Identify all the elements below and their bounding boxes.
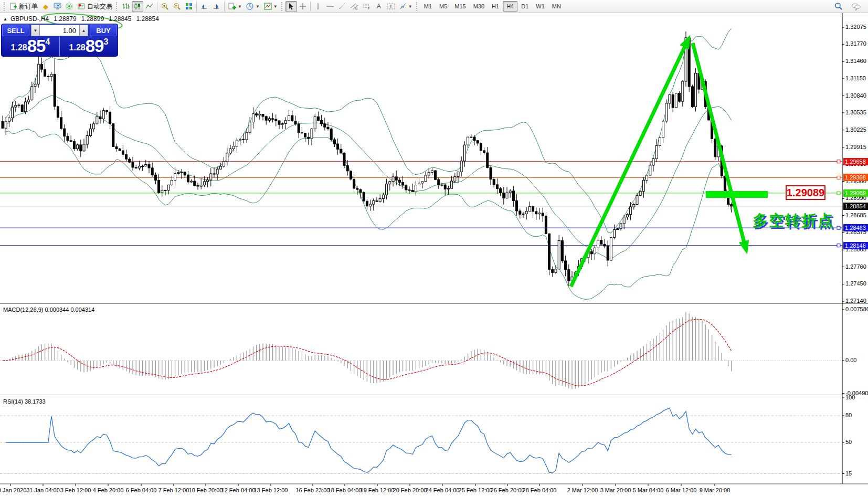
- toolbar-grip[interactable]: [416, 2, 419, 11]
- tile-windows-button[interactable]: [183, 1, 195, 12]
- mt4-window: 新订单 ◆ 自动交易: [0, 0, 868, 497]
- text-label-icon: T: [387, 3, 395, 10]
- price-level-tag: 1.29089: [843, 189, 868, 197]
- price-axis-tick: 1.28685: [845, 212, 866, 218]
- search-icon[interactable]: [832, 1, 845, 12]
- buy-price-sup: 3: [103, 38, 108, 46]
- text-label-button[interactable]: T: [385, 1, 397, 12]
- time-axis-label: 28 Feb 04:00: [516, 487, 563, 493]
- timeframe-m5-button[interactable]: M5: [436, 1, 451, 12]
- toolbar-grip[interactable]: [281, 2, 284, 11]
- rsi-axis-tick: 15: [845, 470, 852, 477]
- zoom-in-icon: [161, 3, 169, 10]
- equidistant-channel-button[interactable]: E: [348, 1, 361, 12]
- buy-price-big: 89: [86, 37, 104, 56]
- sell-price-big: 85: [27, 37, 46, 56]
- price-axis-tick: 1.30535: [845, 109, 866, 115]
- sell-button[interactable]: SELL: [2, 25, 29, 36]
- sell-price-sup: 4: [45, 38, 50, 46]
- timeframe-mn-button[interactable]: MN: [548, 1, 565, 12]
- crosshair-button[interactable]: [297, 1, 309, 12]
- collapse-arrow-icon[interactable]: ▲: [3, 17, 7, 22]
- arrows-icon: [399, 3, 407, 10]
- price-callout-box[interactable]: 1.29089: [786, 185, 825, 200]
- template-button[interactable]: ▼: [262, 1, 280, 12]
- toolbar-grip[interactable]: [4, 2, 6, 11]
- auto-trading-button[interactable]: 自动交易: [76, 1, 114, 12]
- template-icon: [264, 3, 272, 10]
- timeframe-m15-button[interactable]: M15: [451, 1, 469, 12]
- price-axis-tick: 1.30840: [845, 92, 866, 99]
- new-order-button[interactable]: 新订单: [8, 1, 40, 12]
- rsi-label: RSI(14) 38.1733: [3, 398, 46, 405]
- auto-trading-label: 自动交易: [87, 2, 112, 11]
- dropdown-caret: ▼: [238, 4, 242, 9]
- trendline-icon: [338, 3, 346, 10]
- svg-text:F: F: [368, 6, 370, 10]
- dropdown-caret: ▼: [273, 4, 278, 9]
- price-axis-tick: 1.32075: [845, 24, 866, 30]
- horizontal-line-icon: [326, 3, 334, 10]
- zoom-out-button[interactable]: [171, 1, 183, 12]
- price-axis-tick: 1.29915: [845, 144, 866, 150]
- zoom-in-button[interactable]: [159, 1, 171, 12]
- bid-price-tag: 1.28854: [843, 203, 868, 210]
- svg-text:T: T: [389, 4, 393, 9]
- cursor-button[interactable]: [285, 1, 297, 12]
- signals-button[interactable]: [63, 1, 76, 12]
- price-level-tag: 1.28463: [843, 224, 868, 231]
- arrows-button[interactable]: ▼: [397, 1, 415, 12]
- timeframe-m30-button[interactable]: M30: [470, 1, 488, 12]
- dropdown-caret: ▼: [256, 4, 260, 9]
- svg-text:E: E: [355, 6, 358, 10]
- chart-shift-button[interactable]: [210, 1, 223, 12]
- volume-value[interactable]: 1.00: [40, 25, 79, 36]
- volume-increase-button[interactable]: ▲: [79, 25, 88, 36]
- buy-price-prefix: 1.28: [69, 40, 86, 56]
- timeframe-h4-button[interactable]: H4: [503, 1, 517, 12]
- volume-decrease-button[interactable]: ▼: [31, 25, 40, 36]
- bar-chart-button[interactable]: [120, 1, 132, 12]
- price-level-tag: 1.29368: [843, 174, 868, 181]
- timeframe-h1-button[interactable]: H1: [488, 1, 503, 12]
- bar-chart-icon: [122, 3, 130, 10]
- rsi-axis-tick: 100: [845, 394, 855, 400]
- terminal-button[interactable]: [51, 1, 63, 12]
- market-widget-button[interactable]: ◆: [40, 1, 51, 12]
- crosshair-icon: [299, 3, 306, 10]
- auto-scroll-button[interactable]: [198, 1, 210, 12]
- buy-button[interactable]: BUY: [90, 25, 117, 36]
- trendline-button[interactable]: [336, 1, 348, 12]
- line-chart-button[interactable]: [143, 1, 155, 12]
- time-axis-label: 9 Mar 20:00: [691, 487, 738, 493]
- ohlc-low: 1.28845: [109, 15, 131, 23]
- candlestick-chart-button[interactable]: [132, 1, 143, 12]
- terminal-icon: [54, 3, 61, 10]
- macd-axis-tick: 0.00: [845, 357, 856, 363]
- fibonacci-button[interactable]: F: [361, 1, 373, 12]
- add-indicator-icon: [228, 3, 236, 10]
- signals-icon: [66, 3, 73, 10]
- dropdown-caret: ▼: [408, 4, 412, 9]
- timeframe-m1-button[interactable]: M1: [420, 1, 436, 12]
- timeframe-w1-button[interactable]: W1: [532, 1, 548, 12]
- buy-price[interactable]: 1.28893: [60, 37, 118, 57]
- horizontal-line-button[interactable]: [324, 1, 336, 12]
- chart-area[interactable]: ▲ GBPUSD-,H4 1.28879 1.28899 1.28845 1.2…: [0, 13, 868, 497]
- sell-price[interactable]: 1.28854: [2, 37, 60, 57]
- toolbar-grip[interactable]: [116, 2, 119, 11]
- tile-windows-icon: [185, 3, 193, 10]
- vertical-line-button[interactable]: [312, 1, 324, 12]
- turning-point-annotation[interactable]: 多空转折点: [753, 210, 834, 231]
- new-order-label: 新订单: [19, 2, 38, 11]
- price-axis-tick: 1.31770: [845, 40, 866, 47]
- chat-icon[interactable]: [849, 1, 863, 12]
- add-indicator-button[interactable]: ▼: [226, 1, 244, 12]
- chart-shift-icon: [213, 3, 220, 10]
- period-button[interactable]: ▼: [244, 1, 262, 12]
- timeframe-d1-button[interactable]: D1: [517, 1, 532, 12]
- text-button[interactable]: A: [373, 1, 385, 12]
- auto-trading-icon: [78, 3, 86, 10]
- time-axis-label: 13 Feb 12:00: [247, 487, 294, 493]
- text-icon: A: [377, 3, 381, 10]
